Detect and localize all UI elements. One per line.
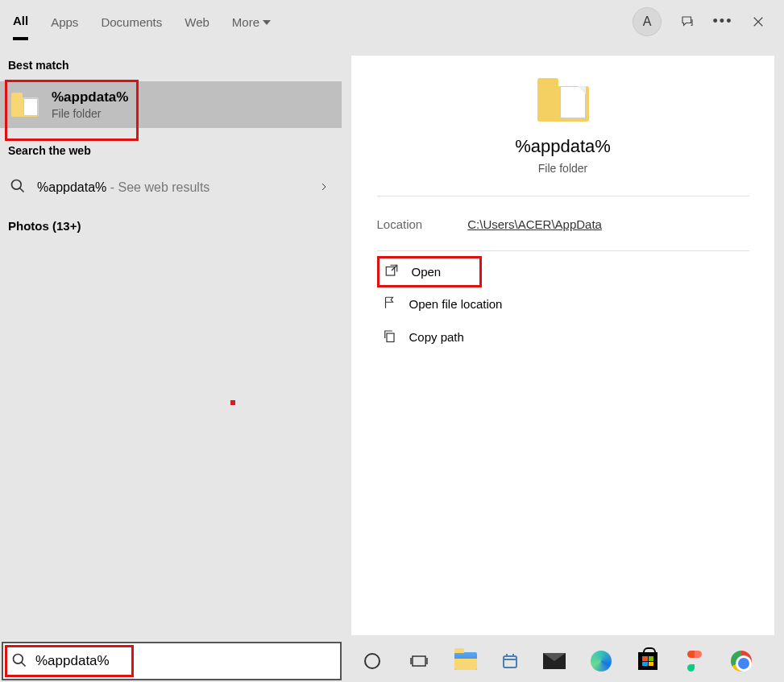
web-result-text: %appdata% - See web results — [37, 180, 209, 195]
tab-web[interactable]: Web — [185, 4, 209, 39]
divider — [377, 250, 749, 251]
preview-actions: Open Open file location Copy path — [377, 256, 749, 353]
notepad-icon[interactable] — [500, 651, 521, 672]
close-icon[interactable] — [749, 12, 768, 31]
chrome-icon[interactable] — [728, 648, 754, 674]
web-result-query: %appdata% — [37, 180, 106, 194]
best-match-wrap: %appdata% File folder — [0, 81, 342, 128]
chevron-down-icon — [263, 20, 271, 25]
figma-icon[interactable] — [682, 648, 707, 674]
annotation-dot — [230, 400, 235, 405]
web-result-hint: - See web results — [106, 180, 209, 194]
tab-documents[interactable]: Documents — [101, 4, 162, 39]
preview-title: %appdata% — [515, 136, 611, 157]
options-icon[interactable]: ••• — [713, 12, 732, 31]
svg-point-3 — [14, 654, 23, 663]
chevron-right-icon — [319, 181, 329, 194]
best-match-heading: Best match — [0, 43, 342, 81]
search-web-heading: Search the web — [0, 128, 342, 167]
results-column: Best match %appdata% File folder Search … — [0, 43, 342, 640]
tab-apps[interactable]: Apps — [51, 4, 78, 39]
best-match-title: %appdata% — [52, 89, 128, 105]
search-icon — [10, 178, 26, 196]
best-match-result[interactable]: %appdata% File folder — [0, 81, 342, 128]
svg-rect-5 — [413, 656, 425, 666]
svg-rect-6 — [504, 656, 516, 668]
open-icon — [384, 263, 399, 280]
taskbar-icons — [342, 648, 754, 674]
svg-point-0 — [12, 180, 22, 190]
action-copy-path-label: Copy path — [409, 330, 464, 344]
search-box[interactable] — [2, 642, 342, 680]
mail-icon[interactable] — [541, 648, 567, 674]
best-match-texts: %appdata% File folder — [52, 89, 128, 120]
svg-point-4 — [365, 654, 380, 668]
folder-icon — [537, 78, 589, 122]
photos-heading[interactable]: Photos (13+) — [0, 208, 342, 244]
action-copy-path[interactable]: Copy path — [377, 320, 749, 353]
cortana-icon[interactable] — [359, 648, 385, 674]
feedback-icon[interactable] — [678, 12, 697, 31]
action-open-label: Open — [412, 265, 442, 279]
open-location-icon — [382, 296, 396, 312]
location-value[interactable]: C:\Users\ACER\AppData — [467, 217, 602, 231]
action-open[interactable]: Open — [377, 256, 482, 287]
main-content: Best match %appdata% File folder Search … — [0, 43, 784, 640]
filter-tabs: All Apps Documents Web More — [13, 2, 271, 40]
best-match-subtitle: File folder — [52, 107, 128, 120]
search-icon — [11, 652, 27, 671]
location-row: Location C:\Users\ACER\AppData — [377, 196, 749, 250]
taskbar — [0, 640, 784, 682]
search-input[interactable] — [35, 653, 332, 669]
folder-icon — [11, 93, 39, 117]
action-open-location-label: Open file location — [409, 297, 503, 311]
file-explorer-icon[interactable] — [453, 648, 479, 674]
location-label: Location — [377, 217, 423, 231]
preview-panel: %appdata% File folder Location C:\Users\… — [351, 56, 774, 635]
preview-subtitle: File folder — [538, 162, 587, 175]
tab-all[interactable]: All — [13, 2, 28, 40]
svg-rect-2 — [387, 333, 394, 342]
tab-more-label: More — [232, 15, 259, 29]
header-right: A ••• — [633, 7, 778, 36]
task-view-icon[interactable] — [406, 648, 432, 674]
user-avatar[interactable]: A — [633, 7, 662, 36]
edge-icon[interactable] — [588, 648, 614, 674]
web-result-row[interactable]: %appdata% - See web results — [0, 167, 342, 208]
preview-column: %appdata% File folder Location C:\Users\… — [342, 43, 784, 640]
copy-path-icon — [382, 329, 396, 345]
store-icon[interactable] — [635, 648, 661, 674]
tab-more[interactable]: More — [232, 4, 271, 39]
action-open-location[interactable]: Open file location — [377, 287, 749, 320]
search-header: All Apps Documents Web More A ••• — [0, 0, 784, 43]
